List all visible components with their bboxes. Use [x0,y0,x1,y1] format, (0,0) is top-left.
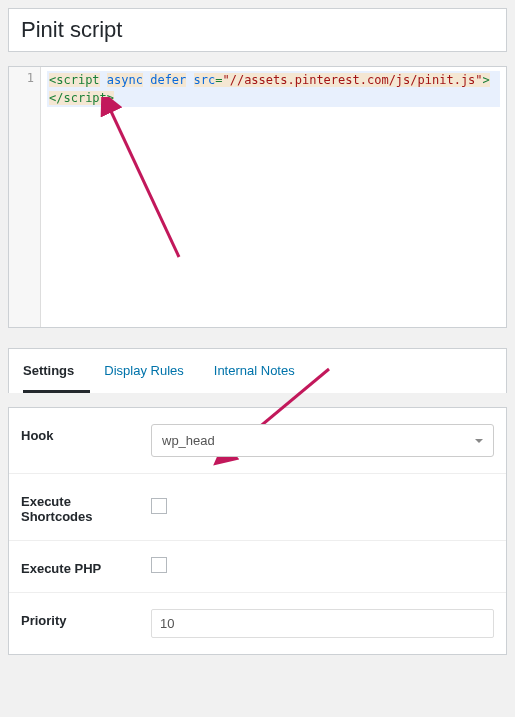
page-title: Pinit script [21,17,494,43]
tab-display-rules[interactable]: Display Rules [104,349,199,393]
row-priority: Priority [9,593,506,655]
php-checkbox[interactable] [151,557,167,573]
line-number: 1 [27,71,34,85]
hook-label: Hook [9,408,139,474]
tabs-panel: Settings Display Rules Internal Notes [8,348,507,393]
priority-input[interactable] [151,609,494,638]
tab-settings[interactable]: Settings [23,349,90,393]
settings-panel: Hook wp_head Execute Shortcodes Execute … [8,407,507,655]
php-label: Execute PHP [9,541,139,593]
row-hook: Hook wp_head [9,408,506,474]
title-panel: Pinit script [8,8,507,52]
shortcodes-checkbox[interactable] [151,498,167,514]
settings-table: Hook wp_head Execute Shortcodes Execute … [9,408,506,654]
hook-select-value: wp_head [162,433,215,448]
shortcodes-label: Execute Shortcodes [9,474,139,541]
code-gutter: 1 [9,67,41,327]
code-editor[interactable]: <script async defer src="//assets.pinter… [41,67,506,327]
row-php: Execute PHP [9,541,506,593]
tab-internal-notes[interactable]: Internal Notes [214,349,311,393]
tabs-bar: Settings Display Rules Internal Notes [9,349,506,393]
code-editor-panel: 1 <script async defer src="//assets.pint… [8,66,507,328]
row-shortcodes: Execute Shortcodes [9,474,506,541]
hook-select[interactable]: wp_head [151,424,494,457]
priority-label: Priority [9,593,139,655]
